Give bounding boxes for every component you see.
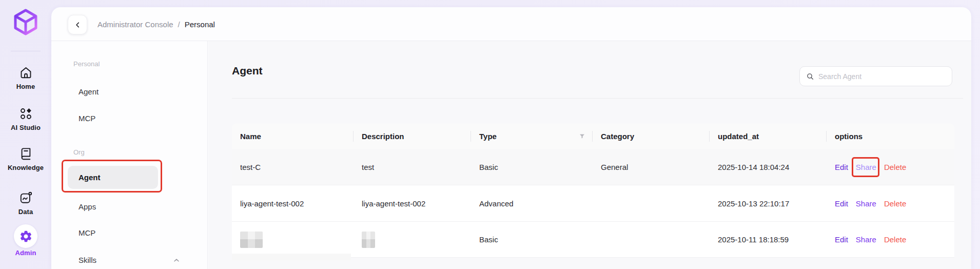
sidebar-item-label: MCP — [79, 113, 95, 124]
chevron-left-icon — [74, 21, 82, 29]
column-header-label: Type — [479, 132, 497, 141]
sidebar-item-label: Apps — [79, 201, 96, 213]
cell-options: EditShareDelete — [827, 163, 954, 171]
cell-name: liya-agent-test-002 — [232, 199, 354, 208]
column-header-label: Category — [601, 132, 634, 141]
redacted-name-block — [240, 232, 263, 248]
sidebar-item-label: Agent — [79, 86, 99, 98]
column-header-label: updated_at — [718, 132, 759, 141]
cell-options: EditShareDelete — [827, 199, 954, 208]
cell-updated-at: 2025-10-11 18:18:59 — [710, 235, 827, 244]
admin-gear-icon — [14, 224, 37, 248]
sidebar-item-label: Agent — [79, 173, 101, 182]
content-card: Administrator Console / Personal Persona… — [51, 7, 971, 269]
main-content: Agent NameDescriptionTypeCategoryupdated… — [208, 41, 971, 269]
breadcrumb-parent[interactable]: Administrator Console — [97, 20, 173, 29]
data-icon — [19, 191, 33, 205]
share-link[interactable]: Share — [856, 163, 876, 171]
nav-section-label-personal: Personal — [73, 59, 100, 69]
home-icon — [19, 66, 33, 80]
delete-link[interactable]: Delete — [884, 163, 906, 171]
breadcrumb-bar: Administrator Console / Personal — [51, 7, 971, 41]
chevron-up-icon — [173, 257, 180, 264]
breadcrumb-separator: / — [178, 20, 180, 29]
back-button[interactable] — [68, 15, 87, 34]
delete-link[interactable]: Delete — [884, 199, 906, 208]
cell-name — [232, 232, 354, 248]
edit-link[interactable]: Edit — [835, 163, 848, 171]
column-header-name: Name — [232, 124, 354, 149]
column-header-label: Name — [240, 132, 261, 141]
secondary-sidebar: PersonalAgentMCPOrgAgentAppsMCPSkills — [51, 41, 208, 269]
agent-table: NameDescriptionTypeCategoryupdated_atopt… — [232, 124, 954, 258]
search-icon — [806, 72, 814, 81]
column-header-type: Type — [471, 124, 593, 149]
rail-item-label: Admin — [15, 249, 36, 257]
share-link-annotation-box: Share — [856, 163, 876, 171]
column-header-description: Description — [354, 124, 471, 149]
redacted-description-block — [362, 232, 375, 248]
filter-icon[interactable] — [579, 133, 585, 140]
column-header-label: Description — [362, 132, 404, 141]
primary-sidebar: HomeAI StudioKnowledgeDataAdmin — [0, 0, 51, 269]
column-header-options: options — [827, 124, 954, 149]
sidebar-item-org-mcp[interactable]: MCP — [79, 227, 186, 239]
rail-item-label: Knowledge — [8, 164, 44, 171]
cell-updated-at: 2025-10-13 22:10:17 — [710, 199, 827, 208]
table-row: Basic2025-10-11 18:18:59EditShareDelete — [232, 222, 954, 258]
sidebar-item-label: MCP — [79, 227, 95, 239]
cell-type: Basic — [471, 235, 593, 244]
rail-item-label: AI Studio — [11, 124, 41, 131]
share-link[interactable]: Share — [856, 235, 876, 244]
cell-options: EditShareDelete — [827, 235, 954, 244]
sidebar-item-org-agent-selected[interactable]: Agent — [68, 166, 158, 189]
cell-updated-at: 2025-10-14 18:04:24 — [710, 163, 827, 171]
ai-studio-icon — [19, 107, 33, 121]
sidebar-item-org-skills[interactable]: Skills — [79, 255, 186, 266]
cell-description — [354, 232, 471, 248]
sidebar-item-personal-mcp[interactable]: MCP — [79, 113, 186, 124]
column-header-label: options — [835, 132, 863, 141]
cell-category: General — [593, 163, 710, 171]
sidebar-item-org-apps[interactable]: Apps — [79, 201, 186, 213]
app-logo-icon[interactable] — [12, 9, 39, 35]
knowledge-icon — [19, 147, 33, 161]
sidebar-item-personal-agent[interactable]: Agent — [79, 86, 186, 98]
table-row: test-CtestBasicGeneral2025-10-14 18:04:2… — [232, 149, 954, 185]
rail-item-data[interactable]: Data — [0, 191, 51, 216]
cell-description: test — [354, 163, 471, 171]
rail-item-label: Home — [16, 83, 35, 90]
breadcrumb: Administrator Console / Personal — [97, 7, 215, 41]
rail-item-label: Data — [18, 208, 33, 216]
cell-type: Advanced — [471, 199, 593, 208]
edit-link[interactable]: Edit — [835, 199, 848, 208]
search-input[interactable] — [818, 72, 946, 81]
cell-description: liya-agent-test-002 — [354, 199, 471, 208]
rail-item-admin[interactable]: Admin — [0, 224, 51, 257]
page-title: Agent — [232, 65, 263, 77]
column-header-updated_at: updated_at — [710, 124, 827, 149]
redacted-strip — [232, 254, 351, 260]
rail-divider — [11, 51, 41, 51]
share-link[interactable]: Share — [856, 199, 876, 208]
column-header-category: Category — [593, 124, 710, 149]
rail-item-home[interactable]: Home — [0, 66, 51, 90]
nav-section-label-org: Org — [73, 147, 85, 158]
rail-item-ai-studio[interactable]: AI Studio — [0, 107, 51, 131]
edit-link[interactable]: Edit — [835, 235, 848, 244]
breadcrumb-current: Personal — [185, 20, 215, 29]
title-divider — [232, 98, 963, 99]
sidebar-item-label: Skills — [79, 255, 96, 266]
delete-link[interactable]: Delete — [884, 235, 906, 244]
table-header-row: NameDescriptionTypeCategoryupdated_atopt… — [232, 124, 954, 149]
table-row: liya-agent-test-002liya-agent-test-002Ad… — [232, 185, 954, 222]
cell-type: Basic — [471, 163, 593, 171]
search-box — [799, 66, 952, 86]
rail-item-knowledge[interactable]: Knowledge — [0, 147, 51, 171]
cell-name: test-C — [232, 163, 354, 171]
